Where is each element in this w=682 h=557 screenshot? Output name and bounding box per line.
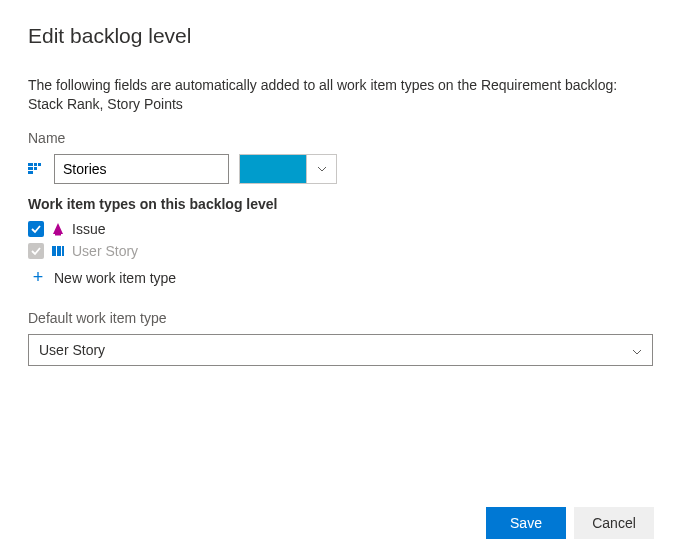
wit-section-heading: Work item types on this backlog level xyxy=(28,196,654,212)
default-section: Default work item type User Story xyxy=(28,310,654,366)
wit-item-user-story: User Story xyxy=(28,240,654,262)
svg-rect-0 xyxy=(28,163,33,166)
wit-label: Issue xyxy=(72,221,105,237)
select-value: User Story xyxy=(39,342,105,358)
color-swatch xyxy=(240,155,306,183)
svg-rect-4 xyxy=(34,167,37,170)
svg-rect-5 xyxy=(28,171,33,174)
plus-icon: + xyxy=(30,270,46,286)
wit-label: User Story xyxy=(72,243,138,259)
svg-rect-2 xyxy=(38,163,41,166)
wit-item-issue: Issue xyxy=(28,218,654,240)
dialog-footer: Save Cancel xyxy=(486,507,654,539)
color-picker[interactable] xyxy=(239,154,337,184)
name-input[interactable] xyxy=(54,154,229,184)
new-work-item-type-button[interactable]: + New work item type xyxy=(28,262,654,290)
chevron-down-icon xyxy=(632,342,642,358)
cancel-button[interactable]: Cancel xyxy=(574,507,654,539)
svg-rect-7 xyxy=(52,246,56,256)
issue-icon xyxy=(50,221,66,237)
dialog-title: Edit backlog level xyxy=(28,24,654,48)
svg-rect-8 xyxy=(57,246,61,256)
save-button[interactable]: Save xyxy=(486,507,566,539)
chevron-down-icon[interactable] xyxy=(306,155,336,183)
name-row xyxy=(28,154,654,184)
dialog-description: The following fields are automatically a… xyxy=(28,76,654,114)
default-wit-select[interactable]: User Story xyxy=(28,334,653,366)
svg-rect-6 xyxy=(55,234,61,236)
new-wit-label: New work item type xyxy=(54,270,176,286)
svg-rect-1 xyxy=(34,163,37,166)
user-story-icon xyxy=(50,243,66,259)
default-label: Default work item type xyxy=(28,310,654,326)
name-label: Name xyxy=(28,130,654,146)
svg-rect-9 xyxy=(62,246,64,256)
checkbox-user-story xyxy=(28,243,44,259)
backlog-level-icon xyxy=(28,161,44,177)
svg-rect-3 xyxy=(28,167,33,170)
checkbox-issue[interactable] xyxy=(28,221,44,237)
